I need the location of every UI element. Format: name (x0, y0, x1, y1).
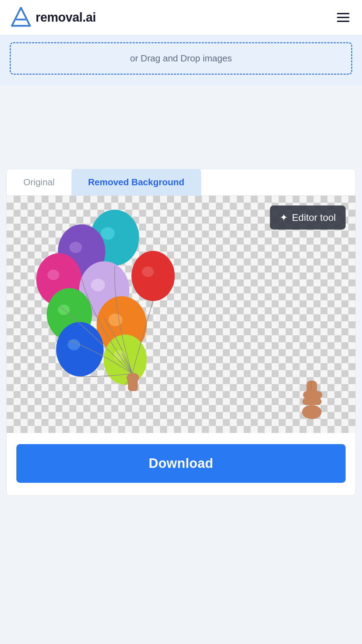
tab-removed-background[interactable]: Removed Background (71, 169, 201, 195)
editor-tool-label: Editor tool (292, 212, 336, 223)
svg-point-9 (142, 267, 154, 277)
hamburger-line-1 (337, 13, 349, 14)
drop-zone-text: or Drag and Drop images (130, 53, 232, 63)
svg-point-16 (56, 322, 104, 376)
drop-zone[interactable]: or Drag and Drop images (10, 42, 352, 75)
tab-original[interactable]: Original (7, 169, 71, 195)
svg-point-3 (101, 227, 115, 240)
hand-image (296, 381, 327, 422)
download-section: Download (7, 433, 355, 495)
svg-rect-24 (302, 398, 322, 405)
header: removal.ai (0, 0, 362, 35)
download-button[interactable]: Download (16, 444, 346, 483)
svg-point-25 (302, 405, 322, 419)
logo-icon (10, 6, 32, 29)
svg-point-11 (91, 279, 105, 291)
svg-point-15 (108, 314, 122, 326)
svg-marker-0 (12, 8, 30, 26)
tabs-container: Original Removed Background (7, 169, 355, 196)
result-card: Original Removed Background ✦ Editor too… (6, 169, 356, 496)
svg-rect-21 (128, 377, 138, 391)
image-preview-area: ✦ Editor tool (7, 196, 355, 433)
svg-point-5 (69, 242, 82, 253)
svg-point-7 (47, 270, 59, 280)
logo-text: removal.ai (36, 10, 96, 25)
upload-section: or Drag and Drop images (0, 35, 362, 85)
hamburger-line-3 (337, 21, 349, 22)
hamburger-line-2 (337, 17, 349, 18)
menu-button[interactable] (334, 10, 352, 25)
editor-tool-button[interactable]: ✦ Editor tool (270, 205, 346, 230)
wand-icon: ✦ (280, 212, 288, 223)
spacer (0, 85, 362, 169)
logo: removal.ai (10, 6, 96, 29)
balloons-image (24, 206, 198, 409)
svg-rect-23 (303, 391, 322, 399)
svg-point-8 (131, 251, 175, 301)
